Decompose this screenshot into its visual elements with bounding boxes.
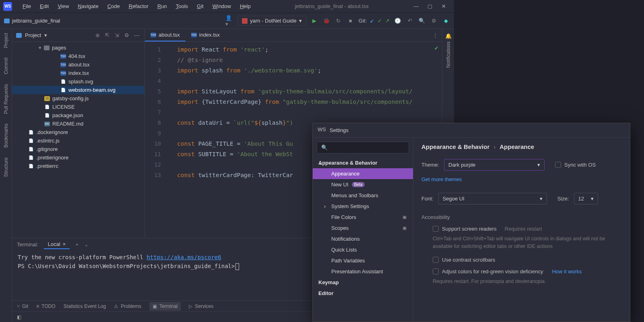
tree-item-package-json[interactable]: 📄package.json bbox=[12, 111, 144, 120]
settings-item-system-settings[interactable]: ›System Settings bbox=[313, 201, 413, 212]
stripe-commit[interactable]: Commit bbox=[3, 58, 9, 74]
project-tree[interactable]: ▾pagesTSX404.tsxTSXabout.tsxTSXindex.tsx… bbox=[12, 42, 144, 238]
user-icon[interactable]: 👤▾ bbox=[225, 17, 233, 25]
settings-tree[interactable]: ⌄Appearance & BehaviorAppearanceNew UIBe… bbox=[313, 157, 413, 322]
inspection-ok-icon[interactable]: ✔ bbox=[434, 45, 439, 51]
tree-item-pages[interactable]: ▾pages bbox=[12, 43, 144, 52]
git-pull-icon[interactable]: ↙ bbox=[370, 18, 374, 24]
menu-file[interactable]: File bbox=[19, 2, 35, 11]
settings-icon[interactable]: ⚙ bbox=[430, 17, 438, 25]
settings-item-quick-lists[interactable]: Quick Lists bbox=[313, 244, 413, 255]
sync-os-checkbox[interactable] bbox=[555, 162, 561, 168]
settings-item-notifications[interactable]: Notifications bbox=[313, 233, 413, 244]
expand-all-icon[interactable]: ⇱ bbox=[105, 32, 111, 39]
get-themes-link[interactable]: Get more themes bbox=[421, 176, 462, 182]
terminal-tab-local[interactable]: Local × bbox=[44, 240, 70, 249]
tree-item-splash-svg[interactable]: 📄splash.svg bbox=[12, 77, 144, 86]
tree-item-LICENSE[interactable]: 📄LICENSE bbox=[12, 103, 144, 111]
menu-tools[interactable]: Tools bbox=[172, 2, 192, 11]
menu-git[interactable]: Git bbox=[193, 2, 208, 11]
tree-item--gitignore[interactable]: 📄.gitignore bbox=[12, 145, 144, 153]
settings-item-presentation-assistant[interactable]: Presentation Assistant bbox=[313, 266, 413, 277]
bottom-tab-statistics-event-log[interactable]: Statistics Event Log bbox=[64, 303, 106, 309]
tree-item--prettierignore[interactable]: 📄.prettierignore bbox=[12, 153, 144, 162]
navigation-toolbar: jetbrains_guide_final 👤▾ yarn - DotNet G… bbox=[0, 13, 454, 29]
git-commit-icon[interactable]: ✓ bbox=[378, 18, 382, 24]
settings-item-new-ui[interactable]: New UIBeta bbox=[313, 179, 413, 190]
bottom-tab-git[interactable]: ⑂Git bbox=[17, 303, 28, 309]
collapse-all-icon[interactable]: ⇲ bbox=[115, 32, 121, 39]
tree-item--eslintrc-js[interactable]: 📄.eslintrc.js bbox=[12, 136, 144, 145]
tree-item-about-tsx[interactable]: TSXabout.tsx bbox=[12, 60, 144, 69]
stripe-bookmarks[interactable]: Bookmarks bbox=[3, 124, 9, 148]
menu-edit[interactable]: Edit bbox=[36, 2, 53, 11]
adjust-colors-checkbox[interactable] bbox=[433, 268, 439, 275]
minimize-button[interactable]: — bbox=[413, 3, 419, 10]
stripe-structure[interactable]: Structure bbox=[3, 157, 9, 177]
settings-item-scopes[interactable]: Scopes▣ bbox=[313, 223, 413, 233]
git-push-icon[interactable]: ↗ bbox=[385, 18, 390, 24]
maximize-button[interactable]: ▢ bbox=[427, 3, 433, 10]
bottom-tab-problems[interactable]: ⚠Problems bbox=[114, 303, 141, 309]
menu-window[interactable]: Window bbox=[208, 2, 235, 11]
new-terminal-icon[interactable]: + bbox=[75, 242, 78, 248]
locate-icon[interactable]: ⊕ bbox=[95, 32, 102, 39]
bell-icon[interactable]: 🔔 bbox=[445, 33, 452, 39]
menu-code[interactable]: Code bbox=[103, 2, 124, 11]
settings-item-editor[interactable]: ›Editor bbox=[313, 288, 413, 299]
bottom-tab-services[interactable]: ▷Services bbox=[189, 303, 213, 309]
undo-icon[interactable]: ↶ bbox=[406, 17, 414, 25]
history-icon[interactable]: 🕘 bbox=[394, 17, 402, 25]
stripe-project[interactable]: Project bbox=[3, 33, 9, 48]
menu-view[interactable]: View bbox=[54, 2, 73, 11]
tool-windows-icon[interactable]: ◧ bbox=[17, 314, 21, 320]
stop-button[interactable]: ■ bbox=[347, 17, 355, 25]
close-button[interactable]: ✕ bbox=[440, 3, 447, 10]
stripe-notifications[interactable]: Notifications bbox=[446, 41, 451, 68]
screen-readers-checkbox[interactable] bbox=[433, 226, 439, 232]
settings-search-input[interactable]: 🔍 bbox=[317, 142, 409, 153]
search-icon[interactable]: 🔍 bbox=[418, 17, 426, 25]
hide-icon[interactable]: — bbox=[134, 32, 140, 39]
stripe-pull-requests[interactable]: Pull Requests bbox=[3, 84, 9, 114]
run-button[interactable]: ▶ bbox=[310, 17, 318, 25]
settings-item-appearance[interactable]: Appearance bbox=[313, 168, 413, 179]
settings-item-appearance-behavior[interactable]: ⌄Appearance & Behavior bbox=[313, 157, 413, 168]
jetbrains-toolbox-icon[interactable]: ◆ bbox=[442, 17, 450, 25]
editor-tab-index-tsx[interactable]: TSXindex.tsx bbox=[186, 29, 225, 41]
tree-item-webstorm-beam-svg[interactable]: 📄webstorm-beam.svg bbox=[12, 86, 144, 94]
editor-tab-about-tsx[interactable]: TSXabout.tsx bbox=[145, 29, 186, 41]
tree-item--prettierrc[interactable]: 📄.prettierrc bbox=[12, 162, 144, 170]
settings-item-menus-and-toolbars[interactable]: Menus and Toolbars bbox=[313, 190, 413, 201]
close-icon[interactable]: × bbox=[63, 241, 66, 247]
tree-item-gatsby-config-js[interactable]: JSgatsby-config.js bbox=[12, 94, 144, 103]
size-select[interactable]: 12 ▾ bbox=[574, 193, 598, 204]
terminal-link[interactable]: https://aka.ms/pscore6 bbox=[147, 254, 221, 260]
settings-item-path-variables[interactable]: Path Variables bbox=[313, 255, 413, 266]
run-configuration-selector[interactable]: yarn - DotNet Guide ▾ bbox=[237, 16, 306, 26]
menu-navigate[interactable]: Navigate bbox=[74, 2, 102, 11]
settings-item-keymap[interactable]: Keymap bbox=[313, 277, 413, 288]
editor-tabs-more-icon[interactable]: ⋮ bbox=[429, 29, 442, 41]
chevron-down-icon[interactable]: ▾ bbox=[44, 32, 47, 38]
menu-refactor[interactable]: Refactor bbox=[125, 2, 153, 11]
settings-icon[interactable]: ⚙ bbox=[124, 32, 131, 39]
settings-item-file-colors[interactable]: File Colors▣ bbox=[313, 212, 413, 223]
tree-item-404-tsx[interactable]: TSX404.tsx bbox=[12, 52, 144, 60]
bottom-tab-todo[interactable]: ≡TODO bbox=[36, 303, 55, 309]
tree-item-README-md[interactable]: MDREADME.md bbox=[12, 120, 144, 128]
theme-select[interactable]: Dark purple ▾ bbox=[444, 159, 545, 171]
coverage-button[interactable]: ↻ bbox=[334, 17, 343, 25]
tree-item--dockerignore[interactable]: 📄.dockerignore bbox=[12, 128, 144, 136]
debug-button[interactable]: 🐞 bbox=[322, 17, 330, 25]
menu-run[interactable]: Run bbox=[153, 2, 171, 11]
terminal-dropdown-icon[interactable]: ⌄ bbox=[84, 242, 89, 248]
font-select[interactable]: Segoe UI ▾ bbox=[438, 193, 547, 204]
bottom-tab-terminal[interactable]: ▣Terminal bbox=[149, 302, 181, 311]
breadcrumb-project[interactable]: jetbrains_guide_final bbox=[4, 18, 60, 24]
menu-help[interactable]: Help bbox=[236, 2, 255, 11]
breadcrumb-item[interactable]: Appearance & Behavior bbox=[421, 143, 489, 150]
tree-item-index-tsx[interactable]: TSXindex.tsx bbox=[12, 69, 144, 77]
how-it-works-link[interactable]: How it works bbox=[552, 268, 582, 275]
contrast-scrollbars-checkbox[interactable] bbox=[433, 257, 439, 263]
